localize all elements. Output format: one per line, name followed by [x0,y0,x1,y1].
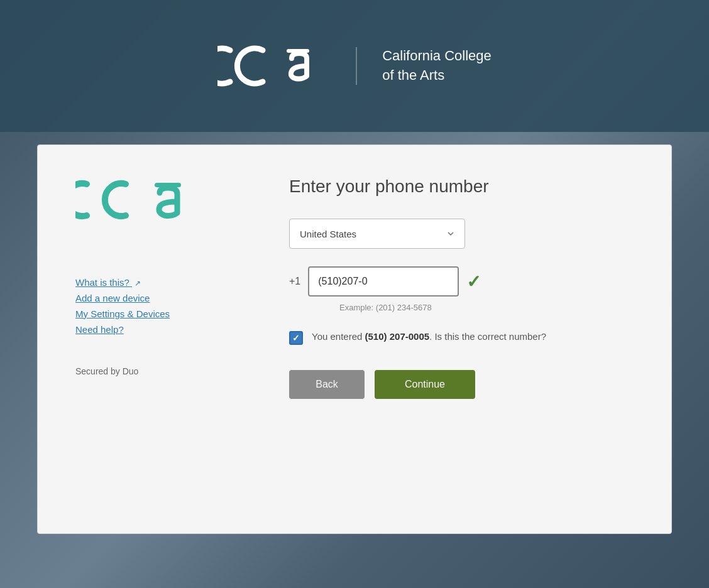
country-code: +1 [289,276,300,287]
confirmation-text-after: . Is this the correct number? [429,331,546,342]
header-cca-logo [217,41,331,91]
check-valid-icon: ✓ [466,271,481,292]
my-settings-link[interactable]: My Settings & Devices [75,308,251,319]
dialog-wrapper: What is this? ↗ Add a new device My Sett… [0,132,709,534]
country-select[interactable]: United States Canada United Kingdom [289,219,465,249]
header-title: California College of the Arts [382,46,492,85]
right-panel: Enter your phone number United States Ca… [289,177,646,502]
header-logo-divider [356,47,357,85]
add-device-link[interactable]: Add a new device [75,293,251,303]
nav-links: What is this? ↗ Add a new device My Sett… [75,277,251,335]
confirmation-text-before: You entered [312,331,365,342]
form-title: Enter your phone number [289,177,646,197]
header: California College of the Arts [0,0,709,132]
confirmation-phone: (510) 207-0005 [365,331,430,342]
header-logo: California College of the Arts [217,41,492,91]
continue-button[interactable]: Continue [375,370,475,399]
what-is-this-link[interactable]: What is this? ↗ [75,277,251,288]
button-row: Back Continue [289,370,646,399]
confirmation-text: You entered (510) 207-0005. Is this the … [312,330,546,344]
left-panel: What is this? ↗ Add a new device My Sett… [75,177,251,502]
secured-text: Secured by Duo [75,366,251,376]
confirmation-checkbox[interactable] [289,331,303,345]
main-dialog: What is this? ↗ Add a new device My Sett… [37,144,672,534]
external-link-icon: ↗ [135,279,141,288]
back-button[interactable]: Back [289,370,365,399]
example-text: Example: (201) 234-5678 [339,303,646,312]
phone-input[interactable] [308,266,459,297]
phone-row: +1 ✓ [289,266,646,297]
cca-logo-svg-small [75,177,214,227]
need-help-link[interactable]: Need help? [75,324,251,335]
cca-small-logo [75,177,251,227]
confirmation-row: You entered (510) 207-0005. Is this the … [289,330,641,345]
